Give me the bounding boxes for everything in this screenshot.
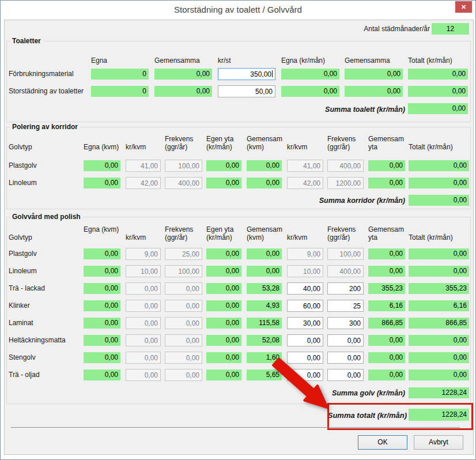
golvvard-row7-kr-kvm-2-field[interactable]: 0,00 — [287, 369, 323, 381]
golvvard-row3-totalt-field: 6,16 — [409, 300, 469, 311]
korridor-row0-egen-yta-field: 0,00 — [206, 160, 241, 171]
golvvard-row3-egna-kvm-field: 0,00 — [84, 300, 120, 311]
golvvard-row6-frekvens-field: 0,00 — [165, 352, 202, 364]
golvvard-row5-gemensam-kvm-field: 52,08 — [247, 335, 282, 346]
toaletter-header-egna-kr-man: Egna (kr/mån) — [281, 56, 325, 65]
golvvard-row0-kr-kvm-field: 9,00 — [126, 248, 161, 260]
korridor-row1-egna-kvm-field: 0,00 — [84, 178, 120, 188]
golvvard-row4-label: Laminat — [9, 318, 82, 329]
korridor-header-totalt-line2: Totalt (kr/mån) — [409, 143, 453, 151]
korridor-header-frekvens-2-line1: Frekvens — [327, 135, 356, 143]
golvvard-row1-kr-kvm-field: 10,00 — [126, 265, 161, 277]
golvvard-row6-totalt-field: 0,00 — [409, 352, 469, 363]
golvvard-row0-frekvens-field: 25,00 — [165, 248, 202, 260]
golvvard-row3-gemensam-yta-field: 6,16 — [368, 300, 405, 311]
dialog-title: Storstädning av toalett / Golvvård — [1, 1, 475, 18]
golvvard-row5-frekvens-2-field[interactable]: 0,00 — [327, 334, 364, 346]
toaletter-header-gemensamma-kr-man: Gemensamma — [345, 56, 390, 65]
golvvard-row6-egen-yta-field: 0,00 — [206, 352, 241, 363]
toaletter-row0-kr-st-field[interactable]: 350,00 — [218, 68, 275, 80]
golvvard-row1-egen-yta-field: 0,00 — [206, 266, 241, 277]
close-button[interactable]: ✕ — [455, 1, 472, 13]
golvvard-row0-gemensam-yta-field: 0,00 — [368, 248, 405, 259]
summa-golv-label: Summa golv (kr/mån) — [231, 387, 405, 399]
korridor-row0-totalt-field: 0,00 — [409, 160, 469, 171]
golvvard-row0-gemensam-kvm-field: 0,00 — [247, 248, 282, 259]
golvvard-row1-kr-kvm-2-field: 10,00 — [287, 265, 323, 277]
toaletter-row1-label: Storstädning av toaletter — [9, 86, 89, 97]
toaletter-header-egna: Egna — [91, 56, 107, 65]
golvvard-row4-kr-kvm-field: 0,00 — [126, 317, 161, 329]
golvvard-row2-totalt-field: 355,23 — [409, 283, 469, 294]
summa-toalett-label: Summa toalett (kr/mån) — [231, 104, 405, 115]
korridor-row0-gemensam-yta-field: 0,00 — [368, 160, 405, 171]
korridor-header-egna-kvm-line2: Egna (kvm) — [84, 143, 119, 151]
korridor-row1-kr-kvm-2-field: 42,00 — [287, 177, 323, 189]
golvvard-row1-frekvens-field: 100,00 — [165, 265, 202, 277]
golvvard-row5-totalt-field: 0,00 — [409, 335, 469, 346]
golvvard-row3-egen-yta-field: 0,00 — [206, 300, 241, 311]
golvvard-row5-gemensam-yta-field: 0,00 — [368, 335, 405, 346]
korridor-row0-kr-kvm-field: 41,00 — [126, 160, 161, 172]
ok-button[interactable]: OK — [358, 435, 407, 450]
korridor-row1-gemensam-kvm-field: 0,00 — [247, 178, 282, 188]
korridor-row1-egen-yta-field: 0,00 — [206, 178, 241, 188]
golvvard-row3-kr-kvm-2-field[interactable]: 60,00 — [287, 300, 323, 312]
golvvard-row6-kr-kvm-2-field[interactable]: 0,00 — [287, 352, 323, 364]
korridor-header-frekvens-2-line2: (ggr/år) — [327, 143, 350, 151]
korridor-row1-totalt-field: 0,00 — [409, 178, 469, 188]
korridor-header-kr-kvm-line2: kr/kvm — [126, 143, 146, 151]
cancel-button[interactable]: Avbryt — [414, 435, 463, 450]
korridor-row1-kr-kvm-field: 42,00 — [126, 177, 161, 189]
korridor-header-kr-kvm-2-line2: kr/kvm — [287, 143, 307, 151]
golvvard-row4-kr-kvm-2-field[interactable]: 30,00 — [287, 317, 323, 329]
toaletter-header-totalt: Totalt (kr/mån) — [408, 56, 452, 65]
golvvard-row2-frekvens-field: 0,00 — [165, 282, 202, 295]
golvvard-row0-kr-kvm-2-field: 9,00 — [287, 248, 323, 260]
golvvard-row4-frekvens-2-field[interactable]: 300 — [327, 317, 364, 329]
golvvard-row4-egen-yta-field: 0,00 — [206, 318, 241, 329]
golvvard-row6-frekvens-2-field[interactable]: 0,00 — [327, 352, 364, 364]
golvvard-header-golvtyp: Golvtyp — [9, 233, 32, 242]
summa-totalt-field: 1228,24 — [409, 409, 469, 421]
months-per-year-label: Antal städmånader/år — [289, 24, 430, 35]
toaletter-row1-kr-st-field[interactable]: 50,00 — [218, 85, 275, 97]
korridor-row1-frekvens-2-field: 1200,00 — [327, 177, 364, 189]
golvvard-row3-frekvens-2-field[interactable]: 25 — [327, 300, 364, 312]
golvvard-row4-totalt-field: 866,85 — [409, 318, 469, 329]
golvvard-header-totalt-line2: Totalt (kr/mån) — [409, 233, 453, 242]
golvvard-row1-label: Linoleum — [9, 266, 82, 277]
golvvard-row7-kr-kvm-field: 0,00 — [126, 369, 161, 381]
golvvard-row7-frekvens-2-field[interactable]: 0,00 — [327, 369, 364, 381]
korridor-header-egen-yta-line2: (kr/mån) — [206, 143, 232, 151]
golvvard-row3-label: Klinker — [9, 300, 82, 311]
golvvard-row7-gemensam-kvm-field: 5,65 — [247, 369, 282, 380]
golvvard-row4-frekvens-field: 0,00 — [165, 317, 202, 329]
summa-korridor-field: 0,00 — [409, 195, 469, 206]
golvvard-header-kr-kvm-2-line2: kr/kvm — [287, 233, 307, 242]
golvvard-row0-frekvens-2-field: 100,00 — [327, 248, 364, 260]
golvvard-row5-kr-kvm-2-field[interactable]: 0,00 — [287, 334, 323, 346]
golvvard-row2-kr-kvm-field: 0,00 — [126, 282, 161, 295]
golvvard-row2-kr-kvm-2-field[interactable]: 40,00 — [287, 282, 323, 295]
korridor-header-frekvens-line1: Frekvens — [165, 135, 193, 143]
groupbox-korridor-title: Polering av korridor — [10, 123, 80, 131]
golvvard-header-frekvens-line1: Frekvens — [165, 225, 193, 233]
golvvard-row5-egna-kvm-field: 0,00 — [84, 335, 120, 346]
summa-korridor-label: Summa korridor (kr/mån) — [231, 195, 405, 206]
toaletter-row1-gemensamma-field: 0,00 — [154, 86, 212, 97]
korridor-header-frekvens-line2: (ggr/år) — [165, 143, 187, 151]
golvvard-row3-frekvens-field: 0,00 — [165, 300, 202, 312]
golvvard-row0-egen-yta-field: 0,00 — [206, 248, 241, 259]
toaletter-row0-gemensamma-field: 0,00 — [154, 69, 212, 80]
korridor-header-egen-yta-line1: Egen yta — [206, 135, 233, 143]
korridor-row0-kr-kvm-2-field: 41,00 — [287, 160, 323, 172]
title-bar: Storstädning av toalett / Golvvård ✕ — [1, 1, 475, 18]
summa-golv-field: 1228,24 — [409, 387, 469, 398]
golvvard-row2-frekvens-2-field[interactable]: 200 — [327, 282, 364, 295]
golvvard-row2-egen-yta-field: 0,00 — [206, 283, 241, 294]
korridor-row0-frekvens-field: 100,00 — [165, 160, 202, 172]
golvvard-row3-gemensam-kvm-field: 4,93 — [247, 300, 282, 311]
golvvard-row4-egna-kvm-field: 0,00 — [84, 318, 120, 329]
golvvard-header-egen-yta-line2: (kr/mån) — [206, 233, 232, 242]
